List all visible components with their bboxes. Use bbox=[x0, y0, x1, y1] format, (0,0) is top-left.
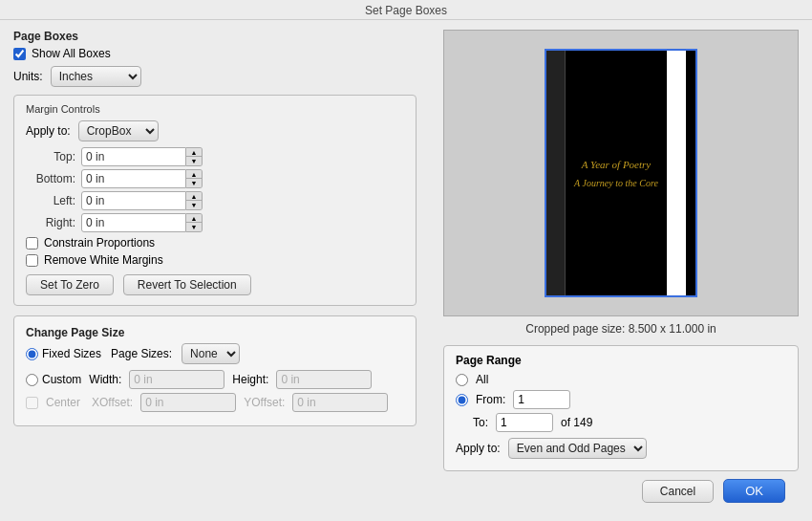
right-input[interactable] bbox=[81, 213, 186, 232]
show-all-boxes-label: Show All Boxes bbox=[32, 47, 111, 60]
xoffset-label: XOffset: bbox=[92, 396, 133, 409]
constrain-checkbox[interactable] bbox=[26, 237, 38, 250]
height-label: Height: bbox=[232, 373, 268, 386]
from-label: From: bbox=[476, 393, 505, 406]
to-input[interactable] bbox=[496, 413, 553, 432]
top-spinner: ▲ ▼ bbox=[81, 147, 203, 166]
all-pages-label: All bbox=[476, 373, 488, 386]
fixed-sizes-label-row: Fixed Sizes bbox=[26, 347, 101, 360]
right-panel: A Year of Poetry A Journey to the Core C… bbox=[430, 20, 812, 520]
left-arrows: ▲ ▼ bbox=[186, 191, 203, 210]
from-input[interactable] bbox=[513, 390, 570, 409]
left-spinner: ▲ ▼ bbox=[81, 191, 203, 210]
to-row: To: of 149 bbox=[473, 413, 786, 432]
height-input[interactable] bbox=[276, 370, 372, 389]
constrain-label: Constrain Proportions bbox=[44, 236, 155, 250]
margin-buttons-row: Set To Zero Revert To Selection bbox=[26, 274, 404, 295]
bottom-spinner: ▲ ▼ bbox=[81, 169, 203, 188]
top-up-arrow[interactable]: ▲ bbox=[186, 148, 202, 157]
left-down-arrow[interactable]: ▼ bbox=[186, 201, 202, 209]
width-label: Width: bbox=[89, 373, 121, 386]
all-row: All bbox=[456, 373, 786, 386]
from-radio[interactable] bbox=[456, 394, 468, 406]
top-down-arrow[interactable]: ▼ bbox=[186, 157, 202, 165]
page-range-title: Page Range bbox=[456, 354, 786, 367]
bottom-row: Bottom: ▲ ▼ bbox=[26, 169, 404, 188]
book-text-area bbox=[667, 51, 686, 295]
title-bar: Set Page Boxes bbox=[0, 0, 812, 20]
center-checkbox[interactable] bbox=[26, 397, 38, 409]
custom-radio[interactable] bbox=[26, 374, 38, 386]
cps-row3: Center XOffset: YOffset: bbox=[26, 393, 404, 412]
bottom-arrows: ▲ ▼ bbox=[186, 169, 203, 188]
custom-label-row: Custom bbox=[26, 373, 81, 386]
cps-row2: Custom Width: Height: bbox=[26, 370, 404, 389]
remove-white-label: Remove White Margins bbox=[44, 253, 163, 267]
bottom-label: Bottom: bbox=[26, 172, 75, 185]
page-boxes-section: Page Boxes Show All Boxes Units: Inches … bbox=[13, 30, 417, 306]
remove-white-checkbox[interactable] bbox=[26, 254, 38, 267]
apply-to-select[interactable]: CropBox MediaBox BleedBox TrimBox ArtBox bbox=[78, 120, 159, 141]
bottom-buttons: Cancel OK bbox=[443, 471, 799, 510]
top-arrows: ▲ ▼ bbox=[186, 147, 203, 166]
page-sizes-select[interactable]: None Letter Legal A4 A3 bbox=[182, 343, 240, 364]
top-label: Top: bbox=[26, 150, 75, 163]
set-to-zero-button[interactable]: Set To Zero bbox=[26, 274, 114, 295]
revert-selection-button[interactable]: Revert To Selection bbox=[123, 274, 251, 295]
book-preview-area: A Year of Poetry A Journey to the Core bbox=[443, 30, 799, 316]
width-input[interactable] bbox=[129, 370, 224, 389]
book-title: A Year of Poetry bbox=[570, 159, 662, 170]
right-arrows: ▲ ▼ bbox=[186, 213, 203, 232]
top-input[interactable] bbox=[81, 147, 186, 166]
page-range-section: Page Range All From: To: of 149 Apply to… bbox=[443, 345, 799, 471]
left-label: Left: bbox=[26, 194, 75, 207]
book-content: A Year of Poetry A Journey to the Core bbox=[570, 159, 662, 188]
right-up-arrow[interactable]: ▲ bbox=[186, 214, 202, 223]
bottom-input[interactable] bbox=[81, 169, 186, 188]
page-boxes-title: Page Boxes bbox=[13, 30, 417, 43]
book-subtitle: A Journey to the Core bbox=[570, 178, 662, 188]
left-up-arrow[interactable]: ▲ bbox=[186, 192, 202, 201]
to-label: To: bbox=[473, 416, 488, 429]
yoffset-input[interactable] bbox=[292, 393, 388, 412]
custom-label: Custom bbox=[42, 373, 81, 386]
book-preview: A Year of Poetry A Journey to the Core bbox=[545, 49, 697, 297]
apply-to-select2[interactable]: Even and Odd Pages Even Pages Only Odd P… bbox=[508, 438, 647, 459]
bottom-down-arrow[interactable]: ▼ bbox=[186, 179, 202, 187]
left-row: Left: ▲ ▼ bbox=[26, 191, 404, 210]
page-sizes-label: Page Sizes: bbox=[111, 347, 172, 360]
all-pages-radio[interactable] bbox=[456, 374, 468, 386]
of-label: of 149 bbox=[561, 416, 592, 429]
constrain-row: Constrain Proportions bbox=[26, 236, 404, 250]
center-label: Center bbox=[46, 396, 80, 409]
margin-controls-box: Margin Controls Apply to: CropBox MediaB… bbox=[13, 95, 417, 306]
cancel-button[interactable]: Cancel bbox=[642, 480, 714, 503]
margin-controls-title: Margin Controls bbox=[26, 103, 404, 115]
bottom-up-arrow[interactable]: ▲ bbox=[186, 170, 202, 179]
units-row: Units: Inches Centimeters Points Picas M… bbox=[13, 66, 417, 87]
apply-to-label: Apply to: bbox=[26, 124, 71, 138]
yoffset-label: YOffset: bbox=[244, 396, 285, 409]
left-input[interactable] bbox=[81, 191, 186, 210]
units-select[interactable]: Inches Centimeters Points Picas Millimet… bbox=[51, 66, 141, 87]
cropped-size-text: Cropped page size: 8.500 x 11.000 in bbox=[443, 322, 799, 336]
top-row: Top: ▲ ▼ bbox=[26, 147, 404, 166]
from-row: From: bbox=[456, 390, 786, 409]
cps-row1: Fixed Sizes Page Sizes: None Letter Lega… bbox=[26, 343, 404, 364]
book-spine bbox=[546, 51, 566, 295]
apply-to-row: Apply to: CropBox MediaBox BleedBox Trim… bbox=[26, 120, 404, 141]
change-page-size-section: Change Page Size Fixed Sizes Page Sizes:… bbox=[13, 315, 417, 426]
fixed-sizes-label: Fixed Sizes bbox=[42, 347, 101, 360]
ok-button[interactable]: OK bbox=[723, 479, 785, 503]
xoffset-input[interactable] bbox=[140, 393, 236, 412]
apply-to-row2: Apply to: Even and Odd Pages Even Pages … bbox=[456, 438, 786, 459]
dialog-title: Set Page Boxes bbox=[365, 4, 447, 17]
right-label: Right: bbox=[26, 216, 75, 229]
fixed-sizes-radio[interactable] bbox=[26, 348, 38, 360]
right-down-arrow[interactable]: ▼ bbox=[186, 223, 202, 231]
remove-white-row: Remove White Margins bbox=[26, 253, 404, 267]
right-row: Right: ▲ ▼ bbox=[26, 213, 404, 232]
show-all-row: Show All Boxes bbox=[13, 47, 417, 60]
show-all-boxes-checkbox[interactable] bbox=[13, 48, 26, 60]
apply-to-label2: Apply to: bbox=[456, 442, 501, 455]
